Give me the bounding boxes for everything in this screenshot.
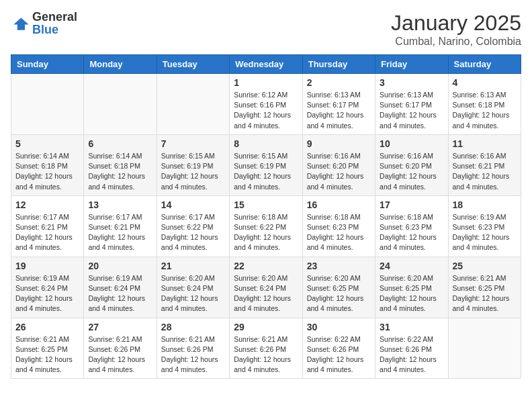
- day-number: 13: [88, 199, 152, 210]
- day-number: 14: [161, 199, 225, 210]
- day-info: Sunrise: 6:12 AMSunset: 6:16 PMDaylight:…: [234, 90, 298, 131]
- calendar-cell: 17Sunrise: 6:18 AMSunset: 6:23 PMDayligh…: [375, 195, 448, 257]
- day-info: Sunrise: 6:17 AMSunset: 6:22 PMDaylight:…: [161, 212, 225, 253]
- calendar-cell: 2Sunrise: 6:13 AMSunset: 6:17 PMDaylight…: [302, 74, 375, 135]
- day-number: 17: [380, 199, 443, 210]
- day-number: 27: [88, 322, 152, 332]
- calendar-cell: 8Sunrise: 6:15 AMSunset: 6:19 PMDaylight…: [230, 134, 302, 195]
- day-info: Sunrise: 6:18 AMSunset: 6:22 PMDaylight:…: [234, 212, 298, 253]
- calendar-week-row: 19Sunrise: 6:19 AMSunset: 6:24 PMDayligh…: [11, 257, 521, 318]
- calendar-cell: 18Sunrise: 6:19 AMSunset: 6:23 PMDayligh…: [448, 195, 521, 257]
- day-number: 1: [234, 77, 298, 88]
- calendar-cell: 30Sunrise: 6:22 AMSunset: 6:26 PMDayligh…: [302, 318, 375, 379]
- day-number: 2: [307, 77, 371, 88]
- day-number: 31: [380, 322, 443, 332]
- day-info: Sunrise: 6:16 AMSunset: 6:21 PMDaylight:…: [453, 151, 517, 192]
- logo-icon: [11, 14, 30, 33]
- weekday-header-thursday: Thursday: [302, 55, 375, 74]
- day-number: 3: [380, 77, 443, 88]
- calendar-cell: 3Sunrise: 6:13 AMSunset: 6:17 PMDaylight…: [375, 74, 448, 135]
- calendar-cell: 20Sunrise: 6:19 AMSunset: 6:24 PMDayligh…: [84, 257, 157, 318]
- day-number: 6: [88, 138, 152, 149]
- day-number: 18: [453, 199, 517, 210]
- day-info: Sunrise: 6:20 AMSunset: 6:25 PMDaylight:…: [380, 273, 443, 314]
- calendar-cell: 16Sunrise: 6:18 AMSunset: 6:23 PMDayligh…: [302, 195, 375, 257]
- day-info: Sunrise: 6:15 AMSunset: 6:19 PMDaylight:…: [161, 151, 225, 192]
- day-info: Sunrise: 6:21 AMSunset: 6:26 PMDaylight:…: [234, 334, 298, 375]
- day-info: Sunrise: 6:14 AMSunset: 6:18 PMDaylight:…: [88, 151, 152, 192]
- weekday-header-friday: Friday: [375, 55, 448, 74]
- weekday-header-wednesday: Wednesday: [230, 55, 302, 74]
- calendar-cell: [84, 74, 157, 135]
- calendar-cell: 7Sunrise: 6:15 AMSunset: 6:19 PMDaylight…: [157, 134, 229, 195]
- day-info: Sunrise: 6:20 AMSunset: 6:24 PMDaylight:…: [161, 273, 225, 314]
- logo-blue: Blue: [32, 23, 58, 36]
- weekday-header-sunday: Sunday: [11, 55, 84, 74]
- calendar-cell: 6Sunrise: 6:14 AMSunset: 6:18 PMDaylight…: [84, 134, 157, 195]
- day-number: 19: [15, 261, 79, 271]
- calendar-cell: 25Sunrise: 6:21 AMSunset: 6:25 PMDayligh…: [448, 257, 521, 318]
- day-number: 15: [234, 199, 298, 210]
- logo-text: General Blue: [32, 11, 77, 36]
- calendar-cell: 23Sunrise: 6:20 AMSunset: 6:25 PMDayligh…: [302, 257, 375, 318]
- calendar-cell: 12Sunrise: 6:17 AMSunset: 6:21 PMDayligh…: [11, 195, 84, 257]
- day-info: Sunrise: 6:16 AMSunset: 6:20 PMDaylight:…: [307, 151, 371, 192]
- day-info: Sunrise: 6:17 AMSunset: 6:21 PMDaylight:…: [88, 212, 152, 253]
- day-info: Sunrise: 6:22 AMSunset: 6:26 PMDaylight:…: [380, 334, 443, 375]
- day-info: Sunrise: 6:19 AMSunset: 6:24 PMDaylight:…: [88, 273, 152, 314]
- day-number: 30: [307, 322, 371, 332]
- calendar-cell: [157, 74, 229, 135]
- calendar-cell: 31Sunrise: 6:22 AMSunset: 6:26 PMDayligh…: [375, 318, 448, 379]
- calendar-cell: 15Sunrise: 6:18 AMSunset: 6:22 PMDayligh…: [230, 195, 302, 257]
- calendar-title: January 2025: [391, 11, 521, 36]
- svg-marker-0: [13, 18, 28, 30]
- weekday-header-monday: Monday: [84, 55, 157, 74]
- calendar-table: SundayMondayTuesdayWednesdayThursdayFrid…: [11, 54, 521, 379]
- calendar-cell: 11Sunrise: 6:16 AMSunset: 6:21 PMDayligh…: [448, 134, 521, 195]
- calendar-cell: 4Sunrise: 6:13 AMSunset: 6:18 PMDaylight…: [448, 74, 521, 135]
- weekday-header-tuesday: Tuesday: [157, 55, 229, 74]
- weekday-header-row: SundayMondayTuesdayWednesdayThursdayFrid…: [11, 55, 521, 74]
- calendar-cell: [448, 318, 521, 379]
- day-info: Sunrise: 6:21 AMSunset: 6:25 PMDaylight:…: [15, 334, 79, 375]
- day-info: Sunrise: 6:22 AMSunset: 6:26 PMDaylight:…: [307, 334, 371, 375]
- calendar-cell: 19Sunrise: 6:19 AMSunset: 6:24 PMDayligh…: [11, 257, 84, 318]
- day-info: Sunrise: 6:19 AMSunset: 6:24 PMDaylight:…: [15, 273, 79, 314]
- weekday-header-saturday: Saturday: [448, 55, 521, 74]
- day-info: Sunrise: 6:13 AMSunset: 6:17 PMDaylight:…: [380, 90, 443, 131]
- day-info: Sunrise: 6:13 AMSunset: 6:18 PMDaylight:…: [453, 90, 517, 131]
- calendar-cell: 26Sunrise: 6:21 AMSunset: 6:25 PMDayligh…: [11, 318, 84, 379]
- day-number: 25: [453, 261, 517, 271]
- day-info: Sunrise: 6:21 AMSunset: 6:26 PMDaylight:…: [88, 334, 152, 375]
- day-info: Sunrise: 6:16 AMSunset: 6:20 PMDaylight:…: [380, 151, 443, 192]
- day-number: 10: [380, 138, 443, 149]
- calendar-cell: 1Sunrise: 6:12 AMSunset: 6:16 PMDaylight…: [230, 74, 302, 135]
- calendar-week-row: 5Sunrise: 6:14 AMSunset: 6:18 PMDaylight…: [11, 134, 521, 195]
- day-number: 29: [234, 322, 298, 332]
- calendar-cell: 28Sunrise: 6:21 AMSunset: 6:26 PMDayligh…: [157, 318, 229, 379]
- day-info: Sunrise: 6:15 AMSunset: 6:19 PMDaylight:…: [234, 151, 298, 192]
- calendar-cell: 29Sunrise: 6:21 AMSunset: 6:26 PMDayligh…: [230, 318, 302, 379]
- day-info: Sunrise: 6:21 AMSunset: 6:25 PMDaylight:…: [453, 273, 517, 314]
- calendar-cell: 13Sunrise: 6:17 AMSunset: 6:21 PMDayligh…: [84, 195, 157, 257]
- day-number: 11: [453, 138, 517, 149]
- calendar-cell: 9Sunrise: 6:16 AMSunset: 6:20 PMDaylight…: [302, 134, 375, 195]
- day-info: Sunrise: 6:17 AMSunset: 6:21 PMDaylight:…: [15, 212, 79, 253]
- logo: General Blue: [11, 11, 77, 36]
- day-number: 12: [15, 199, 79, 210]
- calendar-week-row: 26Sunrise: 6:21 AMSunset: 6:25 PMDayligh…: [11, 318, 521, 379]
- page-header: General Blue January 2025 Cumbal, Narino…: [11, 11, 521, 48]
- day-number: 26: [15, 322, 79, 332]
- day-number: 16: [307, 199, 371, 210]
- day-number: 20: [88, 261, 152, 271]
- day-number: 24: [380, 261, 443, 271]
- day-number: 22: [234, 261, 298, 271]
- calendar-cell: 24Sunrise: 6:20 AMSunset: 6:25 PMDayligh…: [375, 257, 448, 318]
- day-number: 23: [307, 261, 371, 271]
- calendar-week-row: 1Sunrise: 6:12 AMSunset: 6:16 PMDaylight…: [11, 74, 521, 135]
- day-info: Sunrise: 6:13 AMSunset: 6:17 PMDaylight:…: [307, 90, 371, 131]
- day-info: Sunrise: 6:21 AMSunset: 6:26 PMDaylight:…: [161, 334, 225, 375]
- day-number: 4: [453, 77, 517, 88]
- day-info: Sunrise: 6:18 AMSunset: 6:23 PMDaylight:…: [380, 212, 443, 253]
- day-number: 9: [307, 138, 371, 149]
